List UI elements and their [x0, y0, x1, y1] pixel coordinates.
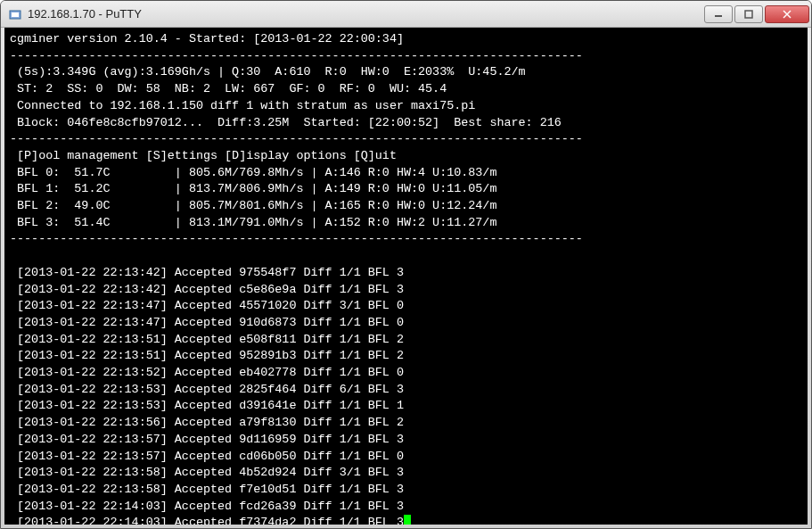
device-line: BFL 1: 51.2C | 813.7M/806.9Mh/s | A:149 …: [10, 182, 496, 195]
titlebar[interactable]: 192.168.1.70 - PuTTY: [1, 1, 811, 28]
divider: ----------------------------------------…: [10, 232, 583, 245]
device-line: BFL 2: 49.0C | 805.7M/801.6Mh/s | A:165 …: [10, 199, 496, 212]
device-line: BFL 3: 51.4C | 813.1M/791.0Mh/s | A:152 …: [10, 216, 496, 229]
version-line: cgminer version 2.10.4 - Started: [2013-…: [10, 32, 404, 45]
stats-line-2: ST: 2 SS: 0 DW: 58 NB: 2 LW: 667 GF: 0 R…: [10, 82, 447, 95]
close-icon: [783, 10, 791, 19]
window-title: 192.168.1.70 - PuTTY: [28, 7, 702, 21]
maximize-icon: [744, 10, 753, 19]
log-line: [2013-01-22 22:13:56] Accepted a79f8130 …: [10, 416, 404, 429]
log-line: [2013-01-22 22:13:53] Accepted d391641e …: [10, 399, 404, 412]
log-line: [2013-01-22 22:13:42] Accepted c5e86e9a …: [10, 283, 404, 296]
log-line: [2013-01-22 22:13:57] Accepted 9d116959 …: [10, 433, 404, 446]
log-line: [2013-01-22 22:13:47] Accepted 910d6873 …: [10, 316, 404, 329]
log-line: [2013-01-22 22:13:52] Accepted eb402778 …: [10, 366, 404, 379]
log-line: [2013-01-22 22:13:58] Accepted 4b52d924 …: [10, 466, 404, 479]
menu-line: [P]ool management [S]ettings [D]isplay o…: [10, 149, 397, 162]
window-controls: [702, 5, 809, 23]
log-line: [2013-01-22 22:13:57] Accepted cd06b050 …: [10, 450, 404, 463]
putty-icon: [8, 7, 22, 21]
device-line: BFL 0: 51.7C | 805.6M/769.8Mh/s | A:146 …: [10, 166, 496, 179]
log-line: [2013-01-22 22:14:03] Accepted f7374da2 …: [10, 516, 404, 525]
log-line: [2013-01-22 22:13:47] Accepted 45571020 …: [10, 299, 404, 312]
log-line: [2013-01-22 22:13:51] Accepted 952891b3 …: [10, 349, 404, 362]
block-line: Block: 046fe8c8cfb97012... Diff:3.25M St…: [10, 116, 562, 129]
svg-rect-1: [12, 12, 19, 17]
terminal-content[interactable]: cgminer version 2.10.4 - Started: [2013-…: [4, 28, 808, 525]
log-line: [2013-01-22 22:13:53] Accepted 2825f464 …: [10, 383, 404, 396]
terminal-cursor: [404, 515, 411, 525]
log-line: [2013-01-22 22:14:03] Accepted fcd26a39 …: [10, 500, 404, 513]
log-line: [2013-01-22 22:13:58] Accepted f7e10d51 …: [10, 483, 404, 496]
close-button[interactable]: [765, 5, 809, 23]
stats-line-1: (5s):3.349G (avg):3.169Gh/s | Q:30 A:610…: [10, 65, 526, 79]
log-line: [2013-01-22 22:13:42] Accepted 975548f7 …: [10, 266, 404, 279]
putty-window: 192.168.1.70 - PuTTY cgminer version 2.1…: [0, 0, 812, 529]
log-line: [2013-01-22 22:13:51] Accepted e508f811 …: [10, 333, 404, 346]
divider: ----------------------------------------…: [10, 132, 583, 145]
connected-line: Connected to 192.168.1.150 diff 1 with s…: [10, 99, 475, 112]
minimize-icon: [714, 10, 723, 19]
maximize-button[interactable]: [734, 5, 763, 23]
divider: ----------------------------------------…: [10, 49, 583, 62]
svg-rect-3: [745, 11, 752, 18]
minimize-button[interactable]: [704, 5, 733, 23]
